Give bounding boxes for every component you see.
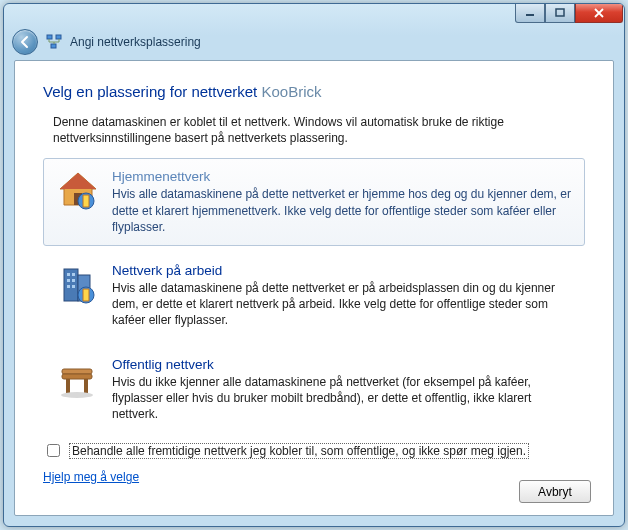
option-work-network[interactable]: Nettverk på arbeid Hvis alle datamaskine…: [43, 252, 585, 340]
window-title: Angi nettverksplassering: [70, 35, 201, 49]
work-icon: [56, 263, 100, 307]
close-button[interactable]: [575, 4, 623, 23]
svg-rect-3: [56, 35, 61, 39]
option-public-desc: Hvis du ikke kjenner alle datamaskinene …: [112, 374, 572, 423]
dialog-window: Angi nettverksplassering Velg en plasser…: [3, 3, 625, 527]
svg-rect-13: [67, 279, 70, 282]
treat-as-public-checkbox[interactable]: [47, 444, 60, 457]
svg-rect-9: [64, 269, 78, 301]
option-public-network[interactable]: Offentlig nettverk Hvis du ikke kjenner …: [43, 346, 585, 434]
content-pane: Velg en plassering for nettverket KooBri…: [14, 60, 614, 516]
svg-rect-14: [72, 279, 75, 282]
network-icon: [46, 34, 62, 50]
svg-rect-1: [556, 9, 564, 16]
cancel-button[interactable]: Avbryt: [519, 480, 591, 503]
page-heading: Velg en plassering for nettverket KooBri…: [43, 83, 585, 100]
svg-rect-4: [51, 44, 56, 48]
svg-rect-19: [62, 374, 92, 379]
maximize-button[interactable]: [545, 4, 575, 23]
minimize-button[interactable]: [515, 4, 545, 23]
svg-point-22: [61, 392, 93, 398]
option-public-title: Offentlig nettverk: [112, 357, 572, 372]
option-work-desc: Hvis alle datamaskinene på dette nettver…: [112, 280, 572, 329]
svg-marker-6: [60, 173, 96, 189]
option-home-title: Hjemmenettverk: [112, 169, 572, 184]
svg-rect-15: [67, 285, 70, 288]
titlebar: [4, 4, 624, 26]
footer: Avbryt: [519, 480, 591, 503]
network-name: KooBrick: [261, 83, 321, 100]
home-icon: [56, 169, 100, 213]
public-icon: [56, 357, 100, 401]
svg-rect-16: [72, 285, 75, 288]
window-controls: [515, 4, 623, 23]
intro-text: Denne datamaskinen er koblet til et nett…: [53, 114, 563, 146]
treat-as-public-row: Behandle alle fremtidige nettverk jeg ko…: [43, 441, 585, 460]
option-home-network[interactable]: Hjemmenettverk Hvis alle datamaskinene p…: [43, 158, 585, 246]
svg-rect-18: [62, 369, 92, 374]
help-link[interactable]: Hjelp meg å velge: [43, 470, 139, 484]
svg-rect-12: [72, 273, 75, 276]
svg-rect-11: [67, 273, 70, 276]
nav-row: Angi nettverksplassering: [4, 26, 624, 58]
svg-rect-0: [526, 14, 534, 16]
option-home-desc: Hvis alle datamaskinene på dette nettver…: [112, 186, 572, 235]
svg-rect-2: [47, 35, 52, 39]
heading-prefix: Velg en plassering for nettverket: [43, 83, 261, 100]
option-work-title: Nettverk på arbeid: [112, 263, 572, 278]
back-button[interactable]: [12, 29, 38, 55]
treat-as-public-label[interactable]: Behandle alle fremtidige nettverk jeg ko…: [69, 443, 529, 459]
